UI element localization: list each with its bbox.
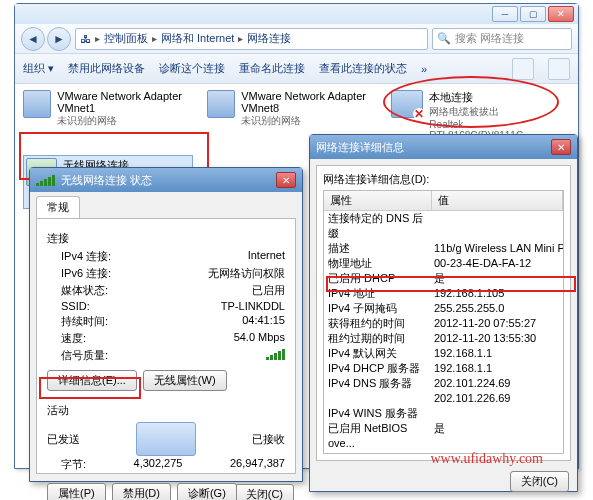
table-row[interactable]: IPv4 子网掩码255.255.255.0: [324, 301, 563, 316]
activity-icon: [136, 422, 196, 456]
help-icon[interactable]: [548, 58, 570, 80]
wireless-props-button[interactable]: 无线属性(W): [143, 370, 227, 391]
recv-label: 已接收: [252, 432, 285, 447]
table-row[interactable]: 已启用 NetBIOS ove...是: [324, 421, 563, 451]
dialog-title: 无线网络连接 状态: [61, 173, 152, 188]
view-icon[interactable]: [512, 58, 534, 80]
adapter-status: 未识别的网络: [241, 114, 377, 128]
back-button[interactable]: ◄: [21, 27, 45, 51]
titlebar: ─ ▢ ✕: [15, 4, 578, 24]
organize-button[interactable]: 组织 ▾: [23, 61, 54, 76]
section-connection: 连接: [47, 231, 285, 246]
table-row[interactable]: 202.101.226.69: [324, 391, 563, 406]
col-value: 值: [432, 191, 563, 210]
col-property: 属性: [324, 191, 432, 210]
maximize-button[interactable]: ▢: [520, 6, 546, 22]
navbar: ◄ ► 🖧 ▸ 控制面板 ▸ 网络和 Internet ▸ 网络连接 🔍 搜索 …: [15, 24, 578, 54]
adapter-name: VMware Network Adapter VMnet8: [241, 90, 377, 114]
adapter-icon: [207, 90, 235, 118]
dialog-title: 网络连接详细信息: [316, 140, 404, 155]
table-row[interactable]: IPv4 默认网关192.168.1.1: [324, 346, 563, 361]
bc-network[interactable]: 网络和 Internet: [161, 31, 234, 46]
detail-heading: 网络连接详细信息(D):: [323, 172, 564, 187]
adapter-status: 未识别的网络: [57, 114, 193, 128]
sent-label: 已发送: [47, 432, 80, 447]
forward-button[interactable]: ►: [47, 27, 71, 51]
rename-button[interactable]: 重命名此连接: [239, 61, 305, 76]
bc-control[interactable]: 控制面板: [104, 31, 148, 46]
section-activity: 活动: [47, 403, 285, 418]
status-dialog: 无线网络连接 状态 ✕ 常规 连接 IPv4 连接:Internet IPv6 …: [29, 167, 303, 482]
close-button[interactable]: ✕: [551, 139, 571, 155]
table-row[interactable]: IPv4 WINS 服务器: [324, 406, 563, 421]
bc-connections[interactable]: 网络连接: [247, 31, 291, 46]
search-placeholder: 搜索 网络连接: [455, 31, 524, 46]
disable-button[interactable]: 禁用此网络设备: [68, 61, 145, 76]
dialog-titlebar: 无线网络连接 状态 ✕: [30, 168, 302, 192]
breadcrumb[interactable]: 🖧 ▸ 控制面板 ▸ 网络和 Internet ▸ 网络连接: [75, 28, 428, 50]
adapter-name: 本地连接: [429, 90, 561, 105]
diagnose-button[interactable]: 诊断(G): [177, 483, 237, 500]
watermark: www.ufidawhy.com: [431, 451, 544, 467]
table-row[interactable]: 已启用 DHCP是: [324, 271, 563, 286]
signal-icon: [36, 174, 55, 186]
adapter-icon: [391, 90, 423, 118]
adapter-vmnet1[interactable]: VMware Network Adapter VMnet1 未识别的网络: [23, 90, 193, 141]
tab-general[interactable]: 常规: [36, 196, 80, 218]
search-input[interactable]: 🔍 搜索 网络连接: [432, 28, 572, 50]
table-row[interactable]: 描述11b/g Wireless LAN Mini PCI Ex: [324, 241, 563, 256]
viewstatus-button[interactable]: 查看此连接的状态: [319, 61, 407, 76]
adapter-icon: [23, 90, 51, 118]
table-row[interactable]: 获得租约的时间2012-11-20 07:55:27: [324, 316, 563, 331]
detail-dialog: 网络连接详细信息 ✕ 网络连接详细信息(D): 属性 值 连接特定的 DNS 后…: [309, 134, 578, 492]
dialog-titlebar: 网络连接详细信息 ✕: [310, 135, 577, 159]
details-button[interactable]: 详细信息(E)...: [47, 370, 137, 391]
diagnose-button[interactable]: 诊断这个连接: [159, 61, 225, 76]
close-button[interactable]: ✕: [548, 6, 574, 22]
table-row[interactable]: IPv4 DNS 服务器202.101.224.69: [324, 376, 563, 391]
signal-bars: [266, 348, 285, 360]
detail-table: 属性 值 连接特定的 DNS 后缀描述11b/g Wireless LAN Mi…: [323, 190, 564, 454]
disable-button[interactable]: 禁用(D): [112, 483, 171, 500]
more-button[interactable]: »: [421, 63, 427, 75]
minimize-button[interactable]: ─: [492, 6, 518, 22]
adapter-name: VMware Network Adapter VMnet1: [57, 90, 193, 114]
toolbar: 组织 ▾ 禁用此网络设备 诊断这个连接 重命名此连接 查看此连接的状态 »: [15, 54, 578, 84]
table-row[interactable]: IPv4 DHCP 服务器192.168.1.1: [324, 361, 563, 376]
table-row[interactable]: 连接特定的 DNS 后缀: [324, 211, 563, 241]
close-button[interactable]: ✕: [276, 172, 296, 188]
folder-icon: 🖧: [80, 33, 91, 45]
properties-button[interactable]: 属性(P): [47, 483, 106, 500]
table-row[interactable]: 租约过期的时间2012-11-20 13:55:30: [324, 331, 563, 346]
search-icon: 🔍: [437, 32, 451, 45]
adapter-status: 网络电缆被拔出: [429, 105, 561, 119]
table-row[interactable]: IPv4 地址192.168.1.105: [324, 286, 563, 301]
table-row[interactable]: 物理地址00-23-4E-DA-FA-12: [324, 256, 563, 271]
close-button[interactable]: 关闭(C): [510, 471, 569, 492]
